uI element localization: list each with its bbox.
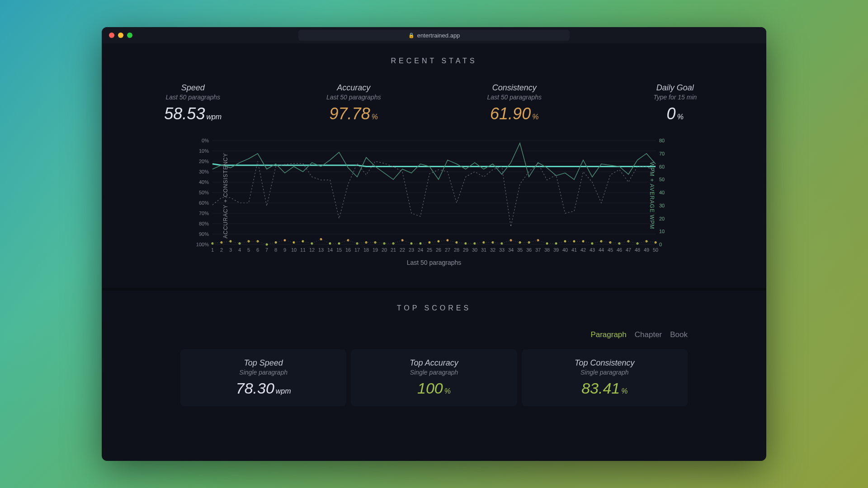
url-text: entertrained.app [417, 32, 460, 39]
svg-text:20: 20 [382, 247, 387, 253]
svg-text:0: 0 [659, 242, 662, 247]
svg-text:23: 23 [409, 247, 414, 253]
left-axis-label: ACCURACY + CONSISTENCY [222, 153, 229, 238]
svg-text:41: 41 [571, 247, 577, 253]
svg-text:4: 4 [238, 247, 241, 253]
svg-text:32: 32 [490, 247, 495, 253]
svg-text:21: 21 [391, 247, 396, 253]
svg-point-96 [347, 239, 349, 241]
svg-text:17: 17 [354, 247, 360, 253]
stat-title: Accuracy [274, 83, 434, 93]
svg-text:24: 24 [418, 247, 423, 253]
tab-paragraph[interactable]: Paragraph [590, 330, 626, 339]
page-content: RECENT STATS Speed Last 50 paragraphs 58… [102, 43, 766, 406]
right-axis-label: WPM + AVERAGE WPM [648, 162, 655, 229]
svg-text:48: 48 [635, 247, 640, 253]
svg-point-92 [311, 242, 313, 244]
svg-text:70%: 70% [199, 211, 209, 216]
score-subtitle: Single paragraph [360, 369, 508, 376]
score-title: Top Consistency [531, 358, 679, 368]
recent-stats-title: RECENT STATS [113, 57, 755, 65]
svg-text:16: 16 [345, 247, 351, 253]
svg-text:0%: 0% [202, 138, 209, 143]
stat-value: 0% [595, 104, 756, 123]
svg-text:3: 3 [229, 247, 232, 253]
svg-text:9: 9 [283, 247, 286, 253]
svg-point-87 [266, 244, 268, 246]
score-value: 83.41% [531, 380, 679, 397]
stat-value: 97.78% [274, 104, 434, 123]
svg-text:46: 46 [617, 247, 622, 253]
svg-point-102 [401, 239, 404, 241]
score-card: Top Consistency Single paragraph 83.41% [522, 349, 688, 406]
svg-text:43: 43 [590, 247, 595, 253]
svg-text:50%: 50% [199, 190, 209, 195]
svg-text:22: 22 [400, 247, 405, 253]
svg-text:80: 80 [659, 138, 665, 143]
tab-book[interactable]: Book [670, 330, 688, 339]
svg-text:31: 31 [481, 247, 486, 253]
svg-text:38: 38 [544, 247, 550, 253]
minimize-icon[interactable] [118, 33, 123, 38]
svg-text:90%: 90% [199, 231, 209, 237]
svg-text:34: 34 [508, 247, 514, 253]
tab-chapter[interactable]: Chapter [635, 330, 662, 339]
svg-text:10: 10 [291, 247, 297, 253]
svg-text:12: 12 [309, 247, 315, 253]
svg-text:28: 28 [454, 247, 459, 253]
stat-card: Accuracy Last 50 paragraphs 97.78% [274, 83, 434, 123]
score-subtitle: Single paragraph [189, 369, 337, 376]
stat-value: 61.90% [434, 104, 595, 123]
stat-card: Speed Last 50 paragraphs 58.53wpm [113, 83, 274, 123]
titlebar: 🔒 entertrained.app [102, 27, 766, 43]
svg-text:47: 47 [626, 247, 631, 253]
svg-text:30%: 30% [199, 169, 209, 174]
stat-subtitle: Type for 15 min [595, 94, 756, 101]
svg-text:15: 15 [336, 247, 342, 253]
svg-text:60%: 60% [199, 200, 209, 206]
svg-text:13: 13 [318, 247, 324, 253]
svg-text:50: 50 [653, 247, 658, 253]
svg-text:29: 29 [463, 247, 468, 253]
svg-text:49: 49 [644, 247, 649, 253]
svg-text:45: 45 [608, 247, 613, 253]
svg-text:42: 42 [580, 247, 586, 253]
stat-subtitle: Last 50 paragraphs [434, 94, 595, 101]
chart-svg: 0%10%20%30%40%50%60%70%80%90%100%0102030… [185, 137, 683, 254]
svg-text:6: 6 [256, 247, 259, 253]
svg-text:2: 2 [220, 247, 223, 253]
svg-text:36: 36 [526, 247, 532, 253]
svg-text:40: 40 [659, 190, 665, 195]
svg-text:50: 50 [659, 177, 665, 182]
score-subtitle: Single paragraph [531, 369, 679, 376]
svg-text:30: 30 [659, 203, 665, 208]
close-icon[interactable] [109, 33, 114, 38]
svg-text:39: 39 [553, 247, 559, 253]
svg-text:35: 35 [517, 247, 523, 253]
stat-card: Consistency Last 50 paragraphs 61.90% [434, 83, 595, 123]
browser-window: 🔒 entertrained.app RECENT STATS Speed La… [102, 27, 766, 461]
svg-text:20: 20 [659, 216, 665, 221]
svg-text:27: 27 [445, 247, 450, 253]
traffic-lights [109, 33, 132, 38]
svg-text:8: 8 [274, 247, 277, 253]
score-title: Top Accuracy [360, 358, 508, 368]
svg-text:60: 60 [659, 164, 665, 169]
url-bar[interactable]: 🔒 entertrained.app [298, 30, 570, 41]
stat-title: Daily Goal [595, 83, 756, 93]
top-scores-tabs: ParagraphChapterBook [113, 330, 688, 339]
stat-title: Consistency [434, 83, 595, 93]
svg-text:30: 30 [472, 247, 477, 253]
svg-text:40: 40 [562, 247, 568, 253]
svg-text:10: 10 [659, 229, 665, 234]
top-scores-row: Top Speed Single paragraph 78.30wpm Top … [180, 349, 688, 406]
svg-text:10%: 10% [199, 148, 209, 154]
zoom-icon[interactable] [127, 33, 132, 38]
stat-value: 58.53wpm [113, 104, 274, 123]
stat-card: Daily Goal Type for 15 min 0% [595, 83, 756, 123]
svg-text:18: 18 [363, 247, 369, 253]
section-divider [102, 288, 766, 291]
svg-text:1: 1 [211, 247, 214, 253]
svg-text:70: 70 [659, 151, 665, 156]
score-title: Top Speed [189, 358, 337, 368]
